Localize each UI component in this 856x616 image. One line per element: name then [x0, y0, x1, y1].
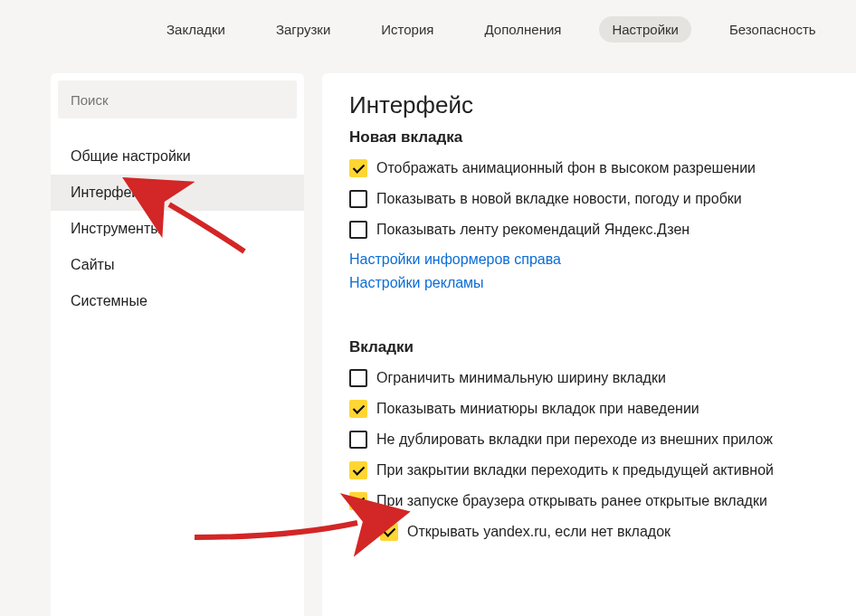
option-label: Показывать в новой вкладке новости, пого…: [376, 191, 742, 207]
option-min-tab-width[interactable]: Ограничить минимальную ширину вкладки: [349, 369, 856, 387]
option-tab-thumbnails[interactable]: Показывать миниатюры вкладок при наведен…: [349, 400, 856, 418]
link-informers-settings[interactable]: Настройки информеров справа: [349, 251, 856, 268]
topnav-bookmarks[interactable]: Закладки: [154, 16, 238, 43]
sidebar-item-sites[interactable]: Сайты: [51, 247, 304, 283]
sidebar-search: [58, 81, 297, 118]
checkbox-min-tab-width[interactable]: [349, 369, 367, 387]
checkbox-show-zen[interactable]: [349, 221, 367, 239]
topnav-downloads[interactable]: Загрузки: [263, 16, 343, 43]
checkbox-no-duplicate-tabs[interactable]: [349, 431, 367, 449]
option-restore-tabs[interactable]: При запуске браузера открывать ранее отк…: [349, 492, 856, 510]
section-heading-new-tab: Новая вкладка: [349, 128, 856, 147]
page-title: Интерфейс: [349, 91, 856, 119]
top-navigation: Закладки Загрузки История Дополнения Нас…: [0, 0, 856, 73]
topnav-addons[interactable]: Дополнения: [471, 16, 574, 43]
option-label: Показывать ленту рекомендаций Яндекс.Дзе…: [376, 222, 690, 238]
topnav-history[interactable]: История: [368, 16, 446, 43]
option-label: При запуске браузера открывать ранее отк…: [376, 493, 767, 509]
option-label: При закрытии вкладки переходить к предыд…: [376, 462, 774, 479]
option-prev-active-tab[interactable]: При закрытии вкладки переходить к предыд…: [349, 461, 856, 479]
option-show-news[interactable]: Показывать в новой вкладке новости, пого…: [349, 190, 856, 208]
option-label: Не дублировать вкладки при переходе из в…: [376, 431, 773, 448]
checkbox-prev-active-tab[interactable]: [349, 461, 367, 479]
option-show-zen[interactable]: Показывать ленту рекомендаций Яндекс.Дзе…: [349, 221, 856, 239]
option-no-duplicate-tabs[interactable]: Не дублировать вкладки при переходе из в…: [349, 431, 856, 449]
option-label: Ограничить минимальную ширину вкладки: [376, 370, 666, 386]
option-label: Открывать yandex.ru, если нет вкладок: [407, 524, 671, 540]
settings-sidebar: Общие настройки Интерфейс Инструменты Са…: [51, 73, 304, 616]
option-label: Отображать анимационный фон в высоком ра…: [376, 160, 756, 176]
checkbox-animated-background[interactable]: [349, 159, 367, 177]
checkbox-show-news[interactable]: [349, 190, 367, 208]
sidebar-item-tools[interactable]: Инструменты: [51, 211, 304, 247]
section-heading-tabs: Вкладки: [349, 338, 856, 356]
checkbox-tab-thumbnails[interactable]: [349, 400, 367, 418]
option-open-yandex-ru[interactable]: Открывать yandex.ru, если нет вкладок: [380, 523, 856, 541]
sidebar-item-general[interactable]: Общие настройки: [51, 138, 304, 175]
link-ads-settings[interactable]: Настройки рекламы: [349, 275, 856, 291]
topnav-settings[interactable]: Настройки: [599, 16, 691, 43]
topnav-security[interactable]: Безопасность: [717, 16, 829, 43]
checkbox-open-yandex-ru[interactable]: [380, 523, 398, 541]
option-animated-background[interactable]: Отображать анимационный фон в высоком ра…: [349, 159, 856, 177]
option-label: Показывать миниатюры вкладок при наведен…: [376, 401, 699, 417]
search-input[interactable]: [58, 81, 297, 118]
sidebar-item-system[interactable]: Системные: [51, 283, 304, 319]
checkbox-restore-tabs[interactable]: [349, 492, 367, 510]
sidebar-item-interface[interactable]: Интерфейс: [51, 175, 304, 211]
main-panel: Интерфейс Новая вкладка Отображать анима…: [322, 73, 856, 616]
